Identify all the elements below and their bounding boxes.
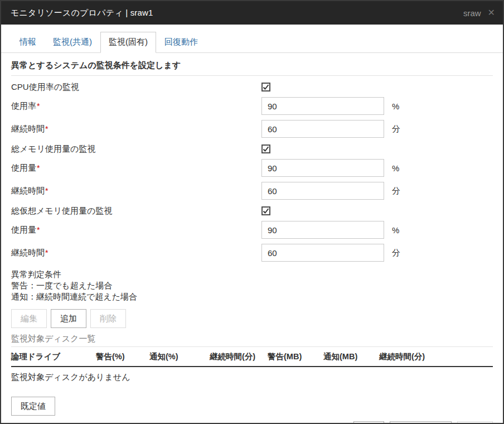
dialog-title: モニタリソースのプロパティ | sraw1 — [11, 8, 153, 18]
col-warning-mb: 警告(MB) — [268, 347, 323, 367]
virtual-memory-usage-input[interactable] — [261, 221, 384, 239]
required-mark: * — [37, 102, 40, 110]
judgement-notice-line: 通知：継続時間連続で超えた場合 — [11, 291, 493, 302]
disk-table-header-row: 論理ドライブ 警告(%) 通知(%) 継続時間(分) 警告(MB) 通知(MB)… — [11, 347, 493, 367]
col-notice-mb: 通知(MB) — [323, 347, 379, 367]
required-mark: * — [45, 124, 48, 133]
disk-table: 論理ドライブ 警告(%) 通知(%) 継続時間(分) 警告(MB) 通知(MB)… — [11, 346, 493, 388]
memory-monitor-checkbox[interactable] — [261, 144, 270, 153]
cpu-monitor-checkbox[interactable] — [261, 83, 270, 91]
memory-usage-label: 使用量 — [11, 163, 36, 172]
ok-button[interactable]: OK — [353, 421, 385, 423]
cpu-usage-rate-input[interactable] — [261, 97, 384, 115]
required-mark: * — [45, 186, 48, 195]
memory-duration-unit: 分 — [392, 186, 400, 196]
disk-table-caption: 監視対象ディスク一覧 — [11, 334, 493, 344]
tab-monitor-common[interactable]: 監視(共通) — [45, 32, 100, 53]
disk-actions: 編集 追加 削除 — [11, 309, 493, 328]
virtual-memory-usage-group: 総仮想メモリ使用量の監視 使用量* % 継続時間* 分 — [11, 200, 493, 262]
resource-context-label: sraw — [463, 8, 481, 18]
virtual-memory-monitor-checkbox[interactable] — [261, 206, 270, 215]
judgement-warning-line: 警告：一度でも超えた場合 — [11, 280, 493, 291]
cancel-button[interactable]: キャンセル — [390, 421, 452, 423]
cpu-usage-rate-label: 使用率 — [11, 101, 36, 110]
delete-button[interactable]: 削除 — [90, 309, 126, 328]
memory-usage-group: 総メモリ使用量の監視 使用量* % 継続時間* 分 — [11, 138, 493, 200]
memory-duration-label: 継続時間 — [11, 186, 45, 195]
virtual-memory-duration-label: 継続時間 — [11, 248, 45, 257]
tab-monitor-specific[interactable]: 監視(固有) — [100, 32, 156, 53]
footer-actions: OK キャンセル 適用 — [11, 416, 493, 423]
check-icon — [263, 146, 269, 152]
memory-monitor-label: 総メモリ使用量の監視 — [11, 144, 261, 155]
virtual-memory-duration-input[interactable] — [261, 244, 384, 262]
col-duration-min-1: 継続時間(分) — [210, 347, 268, 367]
cpu-duration-label: 継続時間 — [11, 124, 45, 133]
abnormality-judgement-note: 異常判定条件 警告：一度でも超えた場合 通知：継続時間連続で超えた場合 — [11, 269, 493, 302]
required-mark: * — [37, 163, 40, 172]
add-button[interactable]: 追加 — [51, 309, 86, 328]
cpu-duration-input[interactable] — [261, 120, 384, 138]
cpu-usage-group: CPU使用率の監視 使用率* % 継続時間* 分 — [11, 76, 493, 138]
apply-button[interactable]: 適用 — [457, 421, 493, 423]
monitor-resource-properties-dialog: モニタリソースのプロパティ | sraw1 sraw ✕ 情報 監視(共通) 監… — [0, 0, 504, 424]
section-heading: 異常とするシステムの監視条件を設定します — [11, 60, 493, 76]
memory-usage-unit: % — [392, 163, 399, 173]
edit-button[interactable]: 編集 — [11, 309, 47, 328]
close-icon[interactable]: ✕ — [488, 8, 495, 17]
titlebar: モニタリソースのプロパティ | sraw1 sraw ✕ — [1, 1, 503, 25]
col-warning-percent: 警告(%) — [96, 347, 149, 367]
virtual-memory-usage-unit: % — [392, 225, 399, 235]
cpu-monitor-label: CPU使用率の監視 — [11, 82, 261, 93]
cpu-usage-rate-unit: % — [392, 102, 399, 111]
judgement-title: 異常判定条件 — [11, 269, 493, 280]
check-icon — [263, 208, 269, 214]
virtual-memory-duration-unit: 分 — [392, 248, 400, 258]
col-logical-drive: 論理ドライブ — [11, 347, 96, 367]
disk-table-empty-message: 監視対象ディスクがありません — [11, 367, 493, 388]
virtual-memory-monitor-label: 総仮想メモリ使用量の監視 — [11, 206, 261, 216]
tab-panel-monitor-specific: 異常とするシステムの監視条件を設定します CPU使用率の監視 使用率* % 継続… — [1, 53, 503, 423]
required-mark: * — [45, 248, 48, 257]
col-duration-min-2: 継続時間(分) — [379, 347, 493, 367]
default-values-button[interactable]: 既定値 — [11, 397, 55, 416]
disk-table-empty-row: 監視対象ディスクがありません — [11, 367, 493, 388]
memory-duration-input[interactable] — [261, 182, 384, 200]
tab-info[interactable]: 情報 — [11, 32, 45, 53]
required-mark: * — [37, 225, 40, 234]
col-notice-percent: 通知(%) — [149, 347, 210, 367]
virtual-memory-usage-label: 使用量 — [11, 225, 36, 234]
tab-recovery-action[interactable]: 回復動作 — [156, 32, 206, 53]
check-icon — [263, 84, 269, 90]
tab-bar: 情報 監視(共通) 監視(固有) 回復動作 — [1, 32, 503, 53]
cpu-duration-unit: 分 — [392, 124, 400, 134]
memory-usage-input[interactable] — [261, 159, 384, 177]
